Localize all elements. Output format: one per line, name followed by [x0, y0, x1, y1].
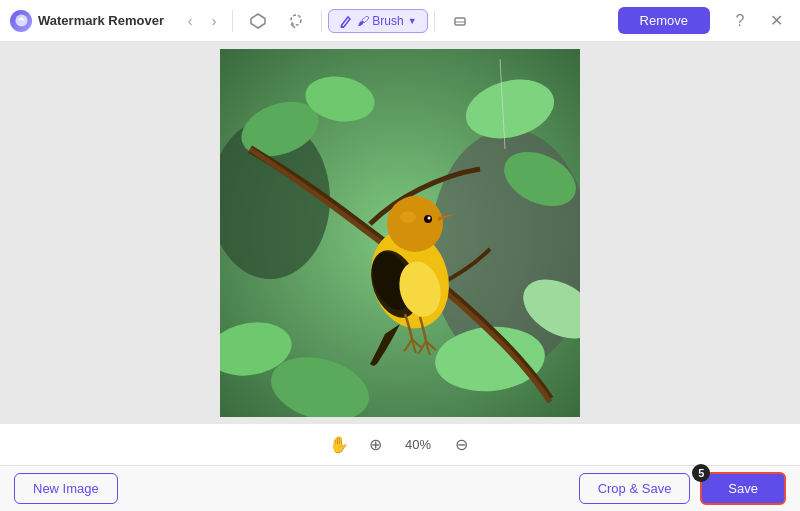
svg-point-2: [291, 15, 301, 25]
brush-icon: [339, 14, 353, 28]
back-button[interactable]: ‹: [178, 9, 202, 33]
select-icon: [250, 13, 266, 29]
app-title: Watermark Remover: [38, 13, 164, 28]
window-controls: ? ✕: [726, 7, 790, 35]
eraser-icon: [452, 13, 468, 29]
title-bar: Watermark Remover ‹ › 🖌 Brush ▼ Remove: [0, 0, 800, 42]
brush-tool-button[interactable]: 🖌 Brush ▼: [328, 9, 428, 33]
canvas-area: [0, 42, 800, 423]
svg-point-25: [400, 211, 416, 223]
zoom-in-button[interactable]: ⊕: [362, 432, 388, 458]
hand-tool-button[interactable]: ✋: [326, 432, 352, 458]
svg-point-19: [387, 196, 443, 252]
eraser-tool-button[interactable]: [441, 8, 479, 34]
zoom-out-icon: ⊖: [455, 435, 468, 454]
remove-button[interactable]: Remove: [618, 7, 710, 34]
right-buttons: Crop & Save 5 Save: [579, 472, 786, 505]
close-button[interactable]: ✕: [762, 7, 790, 35]
bottom-bar: New Image Crop & Save 5 Save: [0, 465, 800, 511]
select-tool-button[interactable]: [239, 8, 277, 34]
lasso-tool-button[interactable]: [277, 8, 315, 34]
image-container: [220, 49, 580, 417]
new-image-button[interactable]: New Image: [14, 473, 118, 504]
bird-scene-svg: [220, 49, 580, 417]
brush-label: 🖌 Brush: [357, 14, 404, 28]
hand-icon: ✋: [329, 435, 349, 454]
save-button-wrapper: 5 Save: [700, 472, 786, 505]
zoom-out-button[interactable]: ⊖: [448, 432, 474, 458]
crop-save-button[interactable]: Crop & Save: [579, 473, 691, 504]
app-logo: [10, 10, 32, 32]
svg-point-24: [428, 216, 431, 219]
zoom-in-icon: ⊕: [369, 435, 382, 454]
help-button[interactable]: ?: [726, 7, 754, 35]
svg-marker-1: [251, 14, 265, 28]
zoom-bar: ✋ ⊕ 40% ⊖: [0, 423, 800, 465]
forward-button[interactable]: ›: [202, 9, 226, 33]
divider-3: [434, 10, 435, 32]
divider-2: [321, 10, 322, 32]
divider-1: [232, 10, 233, 32]
zoom-percent: 40%: [398, 437, 438, 452]
save-button[interactable]: Save: [700, 472, 786, 505]
svg-point-0: [15, 15, 27, 27]
brush-dropdown-icon: ▼: [408, 16, 417, 26]
lasso-icon: [288, 13, 304, 29]
